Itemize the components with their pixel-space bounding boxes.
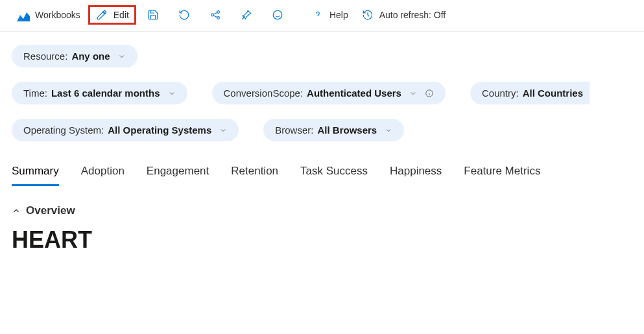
edit-label: Edit bbox=[113, 10, 129, 20]
feedback-button[interactable] bbox=[263, 6, 292, 24]
auto-refresh-button[interactable]: Auto refresh: Off bbox=[356, 6, 451, 24]
filter-operating-system[interactable]: Operating System: All Operating Systems bbox=[12, 119, 239, 141]
filter-label: ConversionScope: bbox=[224, 88, 304, 99]
help-icon bbox=[311, 8, 324, 21]
filter-value: All Browsers bbox=[317, 125, 377, 136]
page-title: HEART bbox=[12, 226, 632, 254]
chevron-down-icon bbox=[385, 126, 392, 134]
smile-icon bbox=[271, 8, 284, 21]
edit-button[interactable]: Edit bbox=[95, 8, 129, 21]
chevron-down-icon bbox=[409, 89, 417, 97]
overview-toggle[interactable]: Overview bbox=[12, 204, 75, 217]
svg-point-3 bbox=[273, 10, 282, 19]
overview-label: Overview bbox=[26, 204, 75, 217]
filter-value: All Operating Systems bbox=[108, 125, 211, 136]
help-label: Help bbox=[329, 10, 348, 20]
help-button[interactable]: Help bbox=[306, 6, 353, 24]
filter-value: Any one bbox=[71, 51, 110, 62]
history-icon bbox=[361, 8, 374, 21]
filter-country[interactable]: Country: All Countries bbox=[470, 82, 590, 104]
save-icon bbox=[147, 8, 160, 21]
filter-label: Country: bbox=[482, 88, 519, 99]
filter-conversion-scope[interactable]: ConversionScope: Authenticated Users bbox=[212, 82, 446, 104]
filter-area: Resource: Any one Time: Last 6 calendar … bbox=[0, 32, 644, 160]
info-icon[interactable] bbox=[425, 89, 434, 98]
workbooks-label: Workbooks bbox=[35, 10, 80, 20]
refresh-button[interactable] bbox=[170, 6, 198, 24]
chevron-up-icon bbox=[12, 206, 21, 215]
filter-value: All Countries bbox=[523, 88, 583, 99]
workbooks-icon bbox=[17, 8, 30, 21]
refresh-icon bbox=[178, 8, 191, 21]
tab-adoption[interactable]: Adoption bbox=[81, 165, 125, 186]
auto-refresh-label: Auto refresh: Off bbox=[379, 10, 446, 20]
tab-retention[interactable]: Retention bbox=[231, 165, 278, 186]
chevron-down-icon bbox=[168, 89, 176, 97]
filter-value: Authenticated Users bbox=[307, 88, 401, 99]
share-icon bbox=[209, 8, 222, 21]
tab-happiness[interactable]: Happiness bbox=[390, 165, 442, 186]
filter-browser[interactable]: Browser: All Browsers bbox=[263, 119, 404, 141]
filter-value: Last 6 calendar months bbox=[51, 88, 160, 99]
filter-label: Resource: bbox=[23, 51, 67, 62]
pencil-icon bbox=[95, 8, 108, 21]
chevron-down-icon bbox=[118, 53, 126, 60]
tab-task-success[interactable]: Task Success bbox=[300, 165, 368, 186]
toolbar: Workbooks Edit bbox=[0, 0, 644, 32]
filter-label: Browser: bbox=[275, 125, 313, 136]
workbooks-button[interactable]: Workbooks bbox=[12, 6, 86, 24]
chevron-down-icon bbox=[219, 126, 227, 134]
tab-feature-metrics[interactable]: Feature Metrics bbox=[464, 165, 540, 186]
edit-highlight: Edit bbox=[88, 5, 136, 25]
pin-icon bbox=[240, 8, 253, 21]
share-button[interactable] bbox=[201, 6, 230, 24]
tab-summary[interactable]: Summary bbox=[12, 165, 59, 186]
filter-resource[interactable]: Resource: Any one bbox=[12, 45, 137, 67]
filter-label: Time: bbox=[23, 88, 47, 99]
save-button[interactable] bbox=[139, 6, 167, 24]
filter-label: Operating System: bbox=[23, 125, 104, 136]
pin-button[interactable] bbox=[232, 6, 261, 24]
tabs: Summary Adoption Engagement Retention Ta… bbox=[0, 160, 644, 186]
filter-time[interactable]: Time: Last 6 calendar months bbox=[12, 82, 187, 104]
tab-engagement[interactable]: Engagement bbox=[147, 165, 209, 186]
content: Overview HEART bbox=[0, 186, 644, 265]
